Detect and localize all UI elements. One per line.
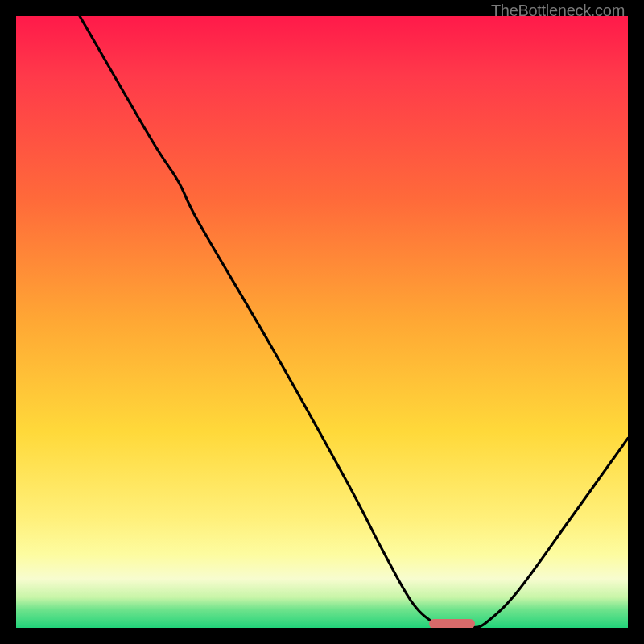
chart-frame: TheBottleneck.com <box>0 0 644 644</box>
watermark-text: TheBottleneck.com <box>491 2 625 20</box>
frame-border-left <box>0 0 16 644</box>
frame-border-bottom <box>0 628 644 644</box>
frame-border-right <box>628 0 644 644</box>
bottleneck-curve <box>16 16 628 628</box>
